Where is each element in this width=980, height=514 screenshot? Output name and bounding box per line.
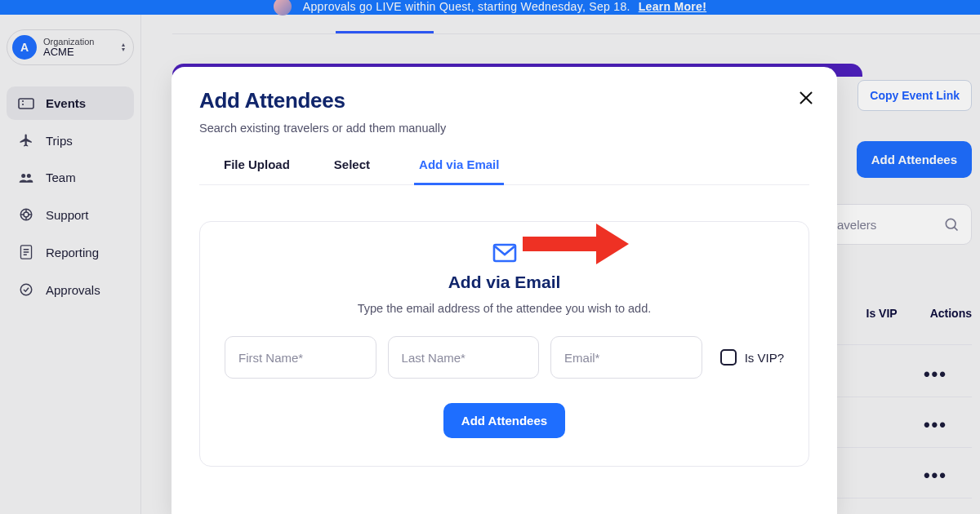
tab-select[interactable]: Select: [334, 157, 370, 184]
modal-subtitle: Search existing travelers or add them ma…: [199, 122, 809, 135]
modal-tabs: File Upload Select Add via Email: [199, 157, 809, 185]
mail-icon: [492, 243, 517, 263]
close-icon[interactable]: [796, 88, 816, 108]
placeholder-text: First Name*: [238, 351, 303, 365]
add-via-email-panel: Add via Email Type the email address of …: [199, 221, 809, 467]
tab-add-via-email[interactable]: Add via Email: [414, 157, 504, 185]
last-name-input[interactable]: Last Name*: [388, 336, 540, 379]
submit-add-attendees-button[interactable]: Add Attendees: [443, 403, 565, 438]
svg-marker-9: [596, 224, 629, 264]
checkbox-box: [720, 349, 737, 366]
modal-title: Add Attendees: [199, 88, 809, 113]
is-vip-label: Is VIP?: [745, 351, 784, 365]
tab-file-upload[interactable]: File Upload: [224, 157, 290, 184]
arrow-pointer-annotation: [523, 224, 629, 264]
svg-rect-8: [523, 237, 601, 251]
panel-description: Type the email address of the attendee y…: [225, 302, 784, 315]
is-vip-checkbox[interactable]: Is VIP?: [714, 349, 784, 366]
first-name-input[interactable]: First Name*: [225, 336, 376, 379]
placeholder-text: Last Name*: [402, 351, 466, 365]
placeholder-text: Email*: [564, 351, 599, 365]
email-input[interactable]: Email*: [550, 336, 702, 379]
panel-heading: Add via Email: [225, 273, 784, 292]
attendee-form-row: First Name* Last Name* Email* Is VIP?: [225, 336, 784, 379]
add-attendees-modal: Add Attendees Search existing travelers …: [172, 67, 837, 514]
